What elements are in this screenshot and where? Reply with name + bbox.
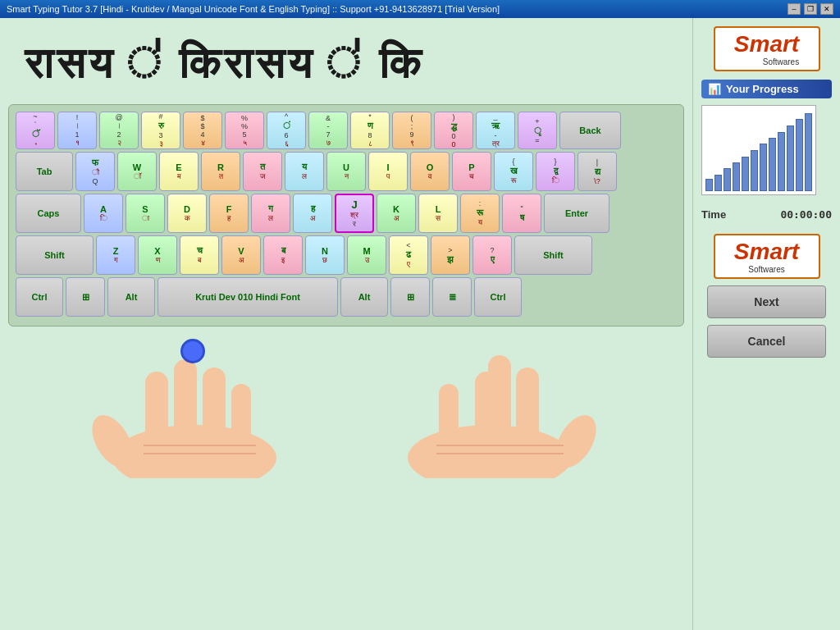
bar-8 [769,138,776,191]
key-alt-left[interactable]: Alt [107,277,155,317]
key-d[interactable]: Dक [167,194,207,233]
hands-svg [39,331,654,478]
svg-rect-10 [516,368,539,456]
window-controls: – ❐ ✕ [788,3,833,15]
key-b[interactable]: बइ [263,235,303,275]
key-z[interactable]: Zग [96,235,135,275]
key-comma[interactable]: <ढए [389,235,428,275]
close-button[interactable]: ✕ [820,3,833,15]
key-y[interactable]: यल [285,152,324,191]
progress-title-bar: 📊 Your Progress [701,80,832,98]
restore-button[interactable]: ❐ [804,3,817,15]
logo-smart-text: Smart [734,31,799,57]
bar-9 [778,132,785,191]
key-semicolon[interactable]: :रूय [460,194,500,233]
key-v[interactable]: Vअ [221,235,261,275]
typing-text: रासय ॑ किरासय ॑ कि [25,39,424,89]
key-6[interactable]: ^ं6६ [267,112,306,149]
svg-rect-3 [174,359,197,454]
key-e[interactable]: Eम [159,152,199,191]
time-row: Time 00:00:00 [701,208,832,221]
key-k[interactable]: Kअ [377,194,416,233]
bar-12 [805,113,812,191]
bar-1 [705,179,713,191]
key-u[interactable]: Uन [326,152,366,191]
key-x[interactable]: Xण [138,235,177,275]
key-win-right[interactable]: ⊞ [390,277,430,317]
key-bracket-left[interactable]: {खरू [494,152,533,191]
key-7[interactable]: &-7७ [308,112,348,149]
key-h[interactable]: हअ [293,194,332,233]
key-1[interactable]: !।1१ [57,112,97,149]
svg-rect-5 [231,384,251,458]
cancel-button[interactable]: Cancel [707,325,826,358]
key-j[interactable]: Jश्रर [335,194,374,233]
keyboard-container: ~`ॅ॰ !।1१ @।2२ #रु3३ $$4४ %%5५ ^ [8,104,684,326]
progress-section: 📊 Your Progress [701,80,832,195]
key-enter[interactable]: Enter [544,194,609,233]
logo-top: Smart Softwares [714,26,820,71]
key-row-bottom: Ctrl ⊞ Alt Kruti Dev 010 Hindi Font Alt … [16,277,677,317]
key-ctrl-right[interactable]: Ctrl [474,277,522,317]
key-period[interactable]: >झ [431,235,470,275]
titlebar: Smart Typing Tutor 3.7 [Hindi - Krutidev… [0,0,840,18]
key-tab[interactable]: Tab [16,152,73,191]
key-win-left[interactable]: ⊞ [66,277,105,317]
key-space[interactable]: Kruti Dev 010 Hindi Font [158,277,338,317]
key-c[interactable]: चब [180,235,219,275]
key-0[interactable]: )द्ध00 [434,112,473,149]
svg-rect-2 [145,372,168,454]
key-bracket-right[interactable]: }द्वि [536,152,575,191]
progress-title-text: Your Progress [726,83,799,95]
key-a[interactable]: Aि [84,194,123,233]
finger-indicator [180,339,205,363]
svg-rect-11 [439,384,459,458]
bar-5 [742,157,749,191]
time-value: 00:00:00 [780,208,832,221]
key-row-shift: Shift Zग Xण चब Vअ बइ Nछ Mउ <ढए >झ ?ए Shi… [16,235,677,275]
key-2[interactable]: @।2२ [99,112,139,149]
key-equals[interactable]: +ृ= [518,112,557,149]
key-slash[interactable]: ?ए [472,235,512,275]
key-w[interactable]: Wॉ [117,152,157,191]
minimize-button[interactable]: – [788,3,801,15]
key-alt-right[interactable]: Alt [340,277,388,317]
key-shift-right[interactable]: Shift [514,235,592,275]
key-p[interactable]: Pच [452,152,491,191]
key-3[interactable]: #रु3३ [141,112,180,149]
key-row-caps: Caps Aि Sा Dक Fह गल हअ Jश्रर Kअ Lस :रूय … [16,194,677,233]
key-backspace[interactable]: Back [559,112,621,149]
key-g[interactable]: गल [251,194,290,233]
left-panel: रासय ॑ किरासय ॑ कि ~`ॅ॰ !।1१ @।2२ #रु3३ [0,18,692,630]
key-tilde[interactable]: ~`ॅ॰ [16,112,55,149]
key-ctrl-left[interactable]: Ctrl [16,277,63,317]
key-s[interactable]: Sा [126,194,165,233]
key-5[interactable]: %%5५ [225,112,264,149]
progress-icon: 📊 [708,83,721,95]
key-backslash[interactable]: |द्य\? [578,152,617,191]
next-button[interactable]: Next [707,285,826,318]
typing-display: रासय ॑ किरासय ॑ कि [8,26,684,100]
key-m[interactable]: Mउ [347,235,386,275]
logo-smart-bottom: Smart [734,239,799,265]
key-menu[interactable]: ≣ [432,277,472,317]
key-o[interactable]: Oव [410,152,450,191]
key-minus[interactable]: _ऋ-त्र [476,112,515,149]
space-label: Kruti Dev 010 Hindi Font [195,292,300,302]
key-r[interactable]: Rत [201,152,240,191]
key-l[interactable]: Lस [418,194,458,233]
bar-10 [787,126,794,191]
key-9[interactable]: (;9९ [392,112,431,149]
key-i[interactable]: Iप [368,152,408,191]
key-n[interactable]: Nछ [305,235,345,275]
key-caps[interactable]: Caps [16,194,81,233]
key-quote[interactable]: "ष [502,194,541,233]
key-shift-left[interactable]: Shift [16,235,94,275]
main-container: रासय ॑ किरासय ॑ कि ~`ॅ॰ !।1१ @।2२ #रु3३ [0,18,840,630]
key-4[interactable]: $$4४ [183,112,222,149]
key-f[interactable]: Fह [209,194,249,233]
key-t[interactable]: तज [243,152,282,191]
key-8[interactable]: *ण8८ [350,112,390,149]
key-q[interactable]: फौQ [75,152,115,191]
progress-chart [701,105,816,195]
